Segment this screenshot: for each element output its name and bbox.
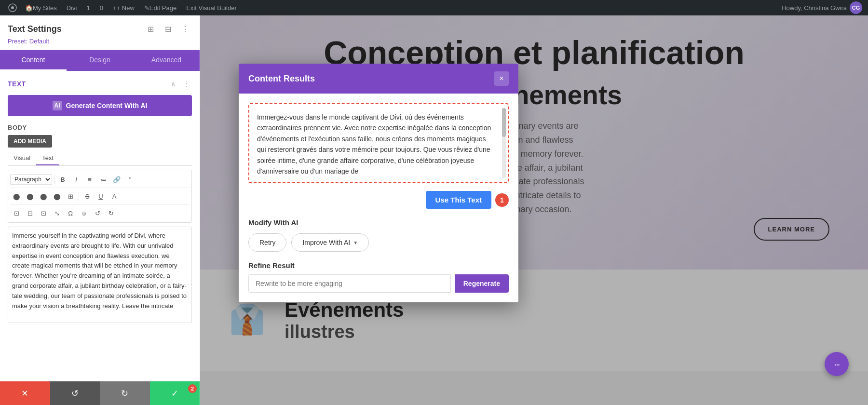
ai-bubble-dots-icon: ··· — [834, 359, 840, 370]
modal-close-button[interactable]: × — [494, 71, 509, 86]
strikethrough-button[interactable]: S — [81, 190, 94, 202]
section-title: Text — [8, 80, 26, 88]
cancel-button[interactable]: ✕ — [0, 381, 50, 405]
use-this-text-button[interactable]: Use This Text — [426, 191, 491, 209]
panel-more-icon[interactable]: ⋮ — [178, 22, 192, 36]
admin-edit-page[interactable]: ✎ Edit Page — [140, 0, 180, 15]
modify-label: Modify With AI — [248, 218, 509, 227]
page-preview: Conception et planification d'événements… — [200, 15, 868, 405]
table-button[interactable]: ⊞ — [64, 190, 77, 202]
panel-title-row: Text Settings ⊞ ⊟ ⋮ — [8, 22, 192, 36]
use-text-row: Use This Text 1 — [248, 191, 509, 209]
section-collapse-icon[interactable]: ∧ — [168, 79, 178, 89]
panel-bottom-actions: ✕ ↺ ↻ ✓ 2 — [0, 381, 200, 405]
emoji-button[interactable]: ☺ — [78, 207, 90, 219]
retry-button[interactable]: Retry — [248, 233, 286, 252]
section-options-icon[interactable]: ⋮ — [181, 79, 192, 89]
align-left-button[interactable]: ⬤ — [10, 190, 23, 202]
ai-icon: AI — [53, 101, 62, 110]
editor-toolbar: Paragraph B I ≡ ≔ 🔗 " ⬤ ⬤ ⬤ ⬤ ⊞ — [8, 170, 192, 223]
wp-logo-icon[interactable] — [6, 1, 19, 14]
toolbar-row-3: ⊡ ⊡ ⊡ ⤡ Ω ☺ ↺ ↻ — [10, 204, 190, 220]
section-header: Text ∧ ⋮ — [8, 79, 192, 89]
result-scrollbar[interactable] — [502, 108, 506, 178]
panel-header: Text Settings ⊞ ⊟ ⋮ Preset: Default — [0, 15, 200, 50]
refine-label: Refine Result — [248, 261, 509, 270]
align-center-button[interactable]: ⬤ — [24, 190, 36, 202]
link-button[interactable]: 🔗 — [110, 173, 123, 186]
modal-overlay: Content Results × Immergez-vous dans le … — [200, 15, 868, 405]
text-color-button[interactable]: A — [108, 190, 121, 202]
underline-button[interactable]: U — [95, 190, 107, 202]
editor-tab-text[interactable]: Text — [36, 151, 59, 165]
align-right-button[interactable]: ⬤ — [37, 190, 50, 202]
undo-toolbar-button[interactable]: ↺ — [91, 207, 104, 219]
modify-buttons: Retry Improve With AI ▼ — [248, 233, 509, 252]
modal-body: Immergez-vous dans le monde captivant de… — [239, 94, 518, 302]
admin-updates[interactable]: 1 — [83, 0, 94, 15]
panel-title: Text Settings — [8, 24, 62, 34]
avatar: CG — [850, 1, 862, 14]
refine-row: Regenerate — [248, 274, 509, 293]
tab-design[interactable]: Design — [67, 50, 133, 71]
svg-point-1 — [11, 6, 14, 9]
redo-toolbar-button[interactable]: ↻ — [105, 207, 117, 219]
editor-tabs: Visual Text — [8, 151, 192, 166]
italic-button[interactable]: I — [70, 173, 82, 186]
redo-button[interactable]: ↻ — [100, 381, 150, 405]
panel-content: Text ∧ ⋮ AI Generate Content With AI Bod… — [0, 71, 200, 381]
result-scrollbar-thumb — [502, 108, 506, 137]
content-results-modal: Content Results × Immergez-vous dans le … — [239, 64, 518, 302]
main-layout: Text Settings ⊞ ⊟ ⋮ Preset: Default Cont… — [0, 15, 868, 405]
result-scroll[interactable]: Immergez-vous dans le monde captivant de… — [257, 112, 500, 175]
paragraph-select[interactable]: Paragraph — [10, 174, 52, 185]
modal-header: Content Results × — [239, 64, 518, 94]
blockquote-button[interactable]: " — [124, 173, 136, 186]
undo-button[interactable]: ↺ — [50, 381, 100, 405]
ai-chat-bubble[interactable]: ··· — [825, 352, 849, 376]
admin-comments[interactable]: 0 — [96, 0, 107, 15]
paste-text-button[interactable]: ⊡ — [10, 207, 23, 219]
section-icons: ∧ ⋮ — [168, 79, 192, 89]
modal-title: Content Results — [248, 74, 315, 84]
bold-button[interactable]: B — [56, 173, 69, 186]
panel-screenshot-icon[interactable]: ⊞ — [144, 22, 157, 36]
result-text-box: Immergez-vous dans le monde captivant de… — [248, 103, 509, 183]
refine-input[interactable] — [248, 274, 451, 293]
body-label: Body — [8, 124, 192, 131]
save-button[interactable]: ✓ 2 — [150, 381, 200, 405]
outdent-button[interactable]: ⊡ — [37, 207, 50, 219]
editor-tab-visual[interactable]: Visual — [8, 151, 36, 165]
tab-content[interactable]: Content — [0, 50, 67, 71]
notification-badge: 1 — [495, 193, 509, 207]
left-panel: Text Settings ⊞ ⊟ ⋮ Preset: Default Cont… — [0, 15, 200, 405]
toolbar-row-2: ⬤ ⬤ ⬤ ⬤ ⊞ S U A — [10, 188, 190, 203]
panel-preset[interactable]: Preset: Default — [8, 38, 192, 45]
indent-button[interactable]: ⊡ — [24, 207, 36, 219]
admin-exit-builder[interactable]: Exit Visual Builder — [182, 0, 241, 15]
tab-advanced[interactable]: Advanced — [133, 50, 200, 71]
editor-body[interactable]: Immerse yourself in the captivating worl… — [8, 227, 192, 323]
generate-ai-button[interactable]: AI Generate Content With AI — [8, 95, 192, 116]
fullscreen-button[interactable]: ⤡ — [51, 207, 63, 219]
regenerate-button[interactable]: Regenerate — [455, 274, 509, 293]
admin-user-info: Howdy, Christina Gwira CG — [782, 1, 862, 14]
panel-title-icons: ⊞ ⊟ ⋮ — [144, 22, 192, 36]
admin-bar: 🏠 My Sites Divi 1 0 + + New ✎ Edit Page … — [0, 0, 868, 15]
ordered-list-button[interactable]: ≔ — [97, 173, 109, 186]
admin-new[interactable]: + + New — [109, 0, 138, 15]
admin-my-sites[interactable]: 🏠 My Sites — [21, 0, 61, 15]
special-chars-button[interactable]: Ω — [64, 207, 77, 219]
improve-with-ai-button[interactable]: Improve With AI ▼ — [291, 233, 369, 252]
align-justify-button[interactable]: ⬤ — [51, 190, 63, 202]
add-media-button[interactable]: ADD MEDIA — [8, 135, 52, 148]
toolbar-row-1: Paragraph B I ≡ ≔ 🔗 " — [10, 172, 190, 187]
save-badge: 2 — [188, 384, 197, 393]
panel-layout-icon[interactable]: ⊟ — [161, 22, 175, 36]
unordered-list-button[interactable]: ≡ — [83, 173, 96, 186]
home-icon: 🏠 — [25, 4, 33, 12]
admin-divi[interactable]: Divi — [63, 0, 81, 15]
chevron-down-icon: ▼ — [353, 240, 358, 245]
panel-tabs: Content Design Advanced — [0, 50, 200, 71]
